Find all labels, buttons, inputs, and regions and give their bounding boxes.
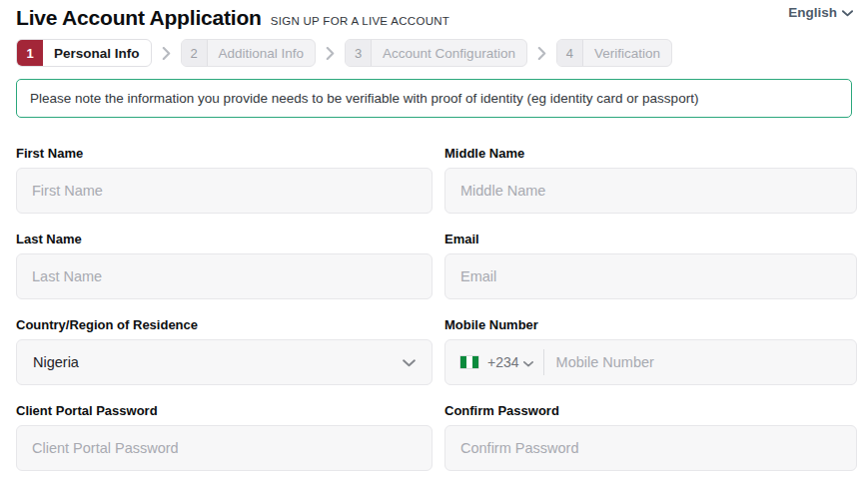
email-label: Email <box>444 232 857 246</box>
email-input[interactable] <box>444 253 857 299</box>
confirm-password-input[interactable] <box>444 425 857 471</box>
email-field: Email <box>444 232 857 299</box>
country-label: Country/Region of Residence <box>16 317 433 332</box>
page-subtitle: SIGN UP FOR A LIVE ACCOUNT <box>271 15 450 27</box>
client-portal-password-field: Client Portal Password <box>16 403 433 471</box>
chevron-down-icon <box>842 8 853 17</box>
middle-name-input[interactable] <box>444 168 857 214</box>
first-name-field: First Name <box>16 146 433 214</box>
nigeria-flag-icon <box>459 355 479 369</box>
chevron-down-icon <box>403 353 416 371</box>
country-field: Country/Region of Residence Nigeria <box>16 317 433 385</box>
step-personal-info[interactable]: 1 Personal Info <box>16 39 152 67</box>
page-title: Live Account Application <box>16 6 262 30</box>
first-name-input[interactable] <box>16 168 433 214</box>
divider <box>543 349 544 375</box>
dial-code-value: +234 <box>487 354 519 370</box>
client-portal-password-label: Client Portal Password <box>16 403 433 418</box>
chevron-right-icon <box>326 47 335 60</box>
personal-info-form: First Name Middle Name Last Name Email C… <box>16 146 852 471</box>
middle-name-field: Middle Name <box>444 146 857 214</box>
chevron-right-icon <box>537 47 546 60</box>
step-label: Account Configuration <box>372 46 526 61</box>
mobile-number-label: Mobile Number <box>444 317 857 332</box>
mobile-number-input[interactable] <box>556 340 856 384</box>
last-name-input[interactable] <box>16 253 433 299</box>
language-selector[interactable]: English <box>788 5 853 20</box>
step-label: Additional Info <box>208 46 316 61</box>
confirm-password-field: Confirm Password <box>444 403 857 471</box>
page-header: Live Account Application SIGN UP FOR A L… <box>16 6 852 30</box>
middle-name-label: Middle Name <box>444 146 857 161</box>
country-selected-value: Nigeria <box>33 354 79 370</box>
first-name-label: First Name <box>16 146 433 161</box>
step-account-configuration[interactable]: 3 Account Configuration <box>345 39 527 67</box>
mobile-number-group: +234 <box>444 339 857 385</box>
confirm-password-label: Confirm Password <box>444 403 857 418</box>
identity-notice-text: Please note the information you provide … <box>30 91 698 106</box>
mobile-number-field: Mobile Number +234 <box>444 317 857 385</box>
step-number: 3 <box>346 40 372 66</box>
step-verification[interactable]: 4 Verification <box>556 39 672 67</box>
step-wizard: 1 Personal Info 2 Additional Info 3 Acco… <box>16 39 852 67</box>
country-select[interactable]: Nigeria <box>16 339 433 385</box>
step-number: 4 <box>557 40 583 66</box>
step-label: Verification <box>583 46 671 61</box>
last-name-field: Last Name <box>16 232 433 299</box>
step-number: 2 <box>182 40 208 66</box>
step-additional-info[interactable]: 2 Additional Info <box>181 39 317 67</box>
chevron-right-icon <box>162 47 171 60</box>
language-label: English <box>788 5 837 20</box>
dial-code-select[interactable]: +234 <box>487 353 533 371</box>
identity-notice-banner: Please note the information you provide … <box>16 79 852 118</box>
client-portal-password-input[interactable] <box>16 425 433 471</box>
last-name-label: Last Name <box>16 232 433 246</box>
step-label: Personal Info <box>43 46 151 61</box>
live-account-application-page: Live Account Application SIGN UP FOR A L… <box>0 0 868 480</box>
chevron-down-icon <box>523 353 533 371</box>
step-number: 1 <box>17 40 43 66</box>
